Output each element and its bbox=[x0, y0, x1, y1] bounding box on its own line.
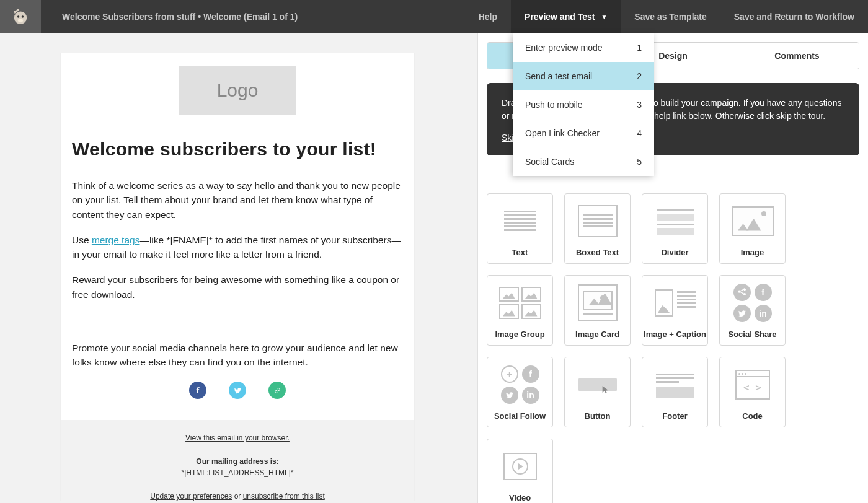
share-icon bbox=[733, 284, 751, 301]
link-icon[interactable] bbox=[268, 382, 286, 399]
email-footer[interactable]: View this email in your browser. Our mai… bbox=[61, 420, 414, 501]
facebook-icon[interactable]: f bbox=[189, 382, 206, 399]
svg-point-2 bbox=[22, 15, 24, 17]
email-paragraph-1[interactable]: Think of a welcome series as a way to sa… bbox=[72, 178, 403, 222]
tab-comments[interactable]: Comments bbox=[735, 43, 859, 69]
block-image-card[interactable]: Image Card bbox=[564, 275, 631, 346]
svg-point-1 bbox=[17, 15, 19, 17]
twitter-small-icon bbox=[501, 387, 518, 404]
dropdown-social-cards[interactable]: Social Cards5 bbox=[513, 147, 654, 176]
page-title: Welcome Subscribers from stuff • Welcome… bbox=[62, 12, 298, 22]
block-text[interactable]: Text bbox=[487, 193, 553, 264]
email-divider bbox=[72, 323, 403, 323]
block-social-follow[interactable]: +finSocial Follow bbox=[487, 357, 553, 427]
svg-point-3 bbox=[18, 19, 24, 22]
facebook-small-icon: f bbox=[522, 365, 539, 383]
twitter-small-icon bbox=[733, 305, 751, 322]
facebook-small-icon: f bbox=[755, 284, 772, 301]
unsubscribe-link[interactable]: unsubscribe from this list bbox=[243, 492, 325, 501]
mailing-address-label: Our mailing address is: bbox=[61, 457, 414, 466]
block-footer[interactable]: Footer bbox=[642, 357, 708, 427]
linkedin-small-icon: in bbox=[522, 387, 539, 404]
email-paragraph-3[interactable]: Reward your subscribers for being awesom… bbox=[72, 273, 403, 302]
preview-and-test-menu[interactable]: Preview and Test ▼ bbox=[511, 0, 621, 33]
plus-icon: + bbox=[501, 365, 518, 383]
update-preferences-link[interactable]: Update your preferences bbox=[150, 492, 232, 501]
block-code[interactable]: < >Code bbox=[719, 357, 786, 427]
block-button[interactable]: Button bbox=[564, 357, 631, 427]
logo-placeholder[interactable]: Logo bbox=[179, 66, 296, 115]
preview-label: Preview and Test bbox=[525, 12, 595, 22]
dropdown-link-checker[interactable]: Open Link Checker4 bbox=[513, 119, 654, 147]
email-canvas: Logo Welcome subscribers to your list! T… bbox=[0, 33, 477, 503]
email-heading[interactable]: Welcome subscribers to your list! bbox=[72, 139, 403, 160]
merge-tags-link[interactable]: merge tags bbox=[92, 235, 140, 245]
block-image[interactable]: Image bbox=[719, 193, 786, 264]
content-blocks-grid: Text Boxed Text Divider Image Image Grou… bbox=[487, 193, 859, 503]
email-paragraph-4[interactable]: Promote your social media channels here … bbox=[72, 341, 403, 370]
chevron-down-icon: ▼ bbox=[601, 14, 607, 20]
app-header: Welcome Subscribers from stuff • Welcome… bbox=[0, 0, 868, 33]
block-video[interactable]: Video bbox=[487, 439, 553, 503]
preview-test-dropdown: Enter preview mode1 Send a test email2 P… bbox=[513, 33, 654, 176]
dropdown-push-mobile[interactable]: Push to mobile3 bbox=[513, 90, 654, 119]
view-in-browser-link[interactable]: View this email in your browser. bbox=[185, 434, 290, 442]
block-image-group[interactable]: Image Group bbox=[487, 275, 553, 346]
block-boxed-text[interactable]: Boxed Text bbox=[564, 193, 631, 264]
dropdown-enter-preview[interactable]: Enter preview mode1 bbox=[513, 33, 654, 62]
save-as-template-button[interactable]: Save as Template bbox=[621, 0, 720, 33]
svg-point-0 bbox=[14, 12, 27, 24]
mailchimp-logo[interactable] bbox=[0, 0, 41, 33]
mailing-address-value: *|HTML:LIST_ADDRESS_HTML|* bbox=[61, 468, 414, 477]
twitter-icon[interactable] bbox=[229, 382, 246, 399]
save-return-button[interactable]: Save and Return to Workflow bbox=[720, 0, 868, 33]
cursor-icon bbox=[601, 385, 611, 395]
block-image-caption[interactable]: Image + Caption bbox=[642, 275, 708, 346]
email-paragraph-2[interactable]: Use merge tags—like *|FNAME|* to add the… bbox=[72, 233, 403, 262]
dropdown-send-test[interactable]: Send a test email2 bbox=[513, 62, 654, 90]
linkedin-small-icon: in bbox=[755, 305, 772, 322]
social-row[interactable]: f bbox=[61, 382, 414, 399]
block-social-share[interactable]: finSocial Share bbox=[719, 275, 786, 346]
help-link[interactable]: Help bbox=[465, 0, 511, 33]
block-divider[interactable]: Divider bbox=[642, 193, 708, 264]
monkey-icon bbox=[10, 6, 31, 27]
email-preview[interactable]: Logo Welcome subscribers to your list! T… bbox=[61, 53, 414, 501]
